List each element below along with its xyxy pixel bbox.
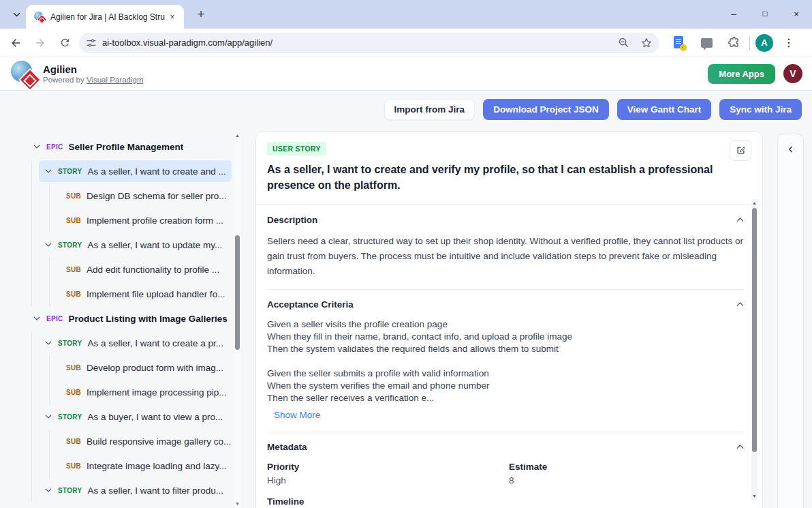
browser-menu-kebab-icon[interactable]: ⋮ xyxy=(779,33,799,53)
sync-with-jira-button[interactable]: Sync with Jira xyxy=(719,99,802,120)
visual-paradigm-link[interactable]: Visual Paradigm xyxy=(87,76,144,84)
browser-tab[interactable]: Agilien for Jira | AI Backlog Stru × xyxy=(26,5,184,29)
acceptance-line: When the system verifies the email and p… xyxy=(267,380,744,392)
sub-badge: SUB xyxy=(66,389,81,396)
collapse-chevron-up-icon[interactable] xyxy=(736,215,745,224)
acceptance-criteria-section: Acceptance Criteria Given a seller visit… xyxy=(267,290,745,432)
backlog-tree: EPIC Seller Profile Management STORY As … xyxy=(27,134,232,503)
scrollbar-thumb[interactable] xyxy=(235,235,240,350)
toolbar-divider xyxy=(749,36,750,50)
reload-button[interactable] xyxy=(54,33,75,53)
scrollbar-thumb[interactable] xyxy=(752,208,757,452)
scroll-down-icon[interactable]: ▼ xyxy=(234,500,240,507)
tree-item-label: Product Listing with Image Galleries xyxy=(69,314,228,324)
tree-item-subtask[interactable]: SUB Implement file upload handler fo... xyxy=(61,282,232,306)
sub-badge: SUB xyxy=(66,266,81,273)
chevron-down-icon[interactable] xyxy=(44,241,52,249)
timeline-label: Timeline xyxy=(267,496,745,507)
priority-field: Priority High xyxy=(267,462,509,485)
acceptance-line: Then the system validates the required f… xyxy=(267,343,744,355)
tree-item-label: Seller Profile Management xyxy=(69,142,184,152)
tree-item-story[interactable]: STORY As a seller, I want to create a pr… xyxy=(39,332,232,354)
story-badge: STORY xyxy=(58,340,82,347)
acceptance-line: Given a seller visits the profile creati… xyxy=(267,318,744,331)
maximize-button[interactable]: □ xyxy=(749,0,781,27)
site-settings-icon[interactable] xyxy=(86,38,97,48)
back-button[interactable] xyxy=(5,33,26,53)
chevron-down-icon[interactable] xyxy=(33,143,41,151)
tree-item-story-selected[interactable]: STORY As a seller, I want to create and … xyxy=(39,160,232,182)
back-arrow-icon xyxy=(10,37,22,49)
url-bar[interactable]: ai-toolbox.visual-paradigm.com/app/agili… xyxy=(79,33,659,53)
tree-item-story[interactable]: STORY As a seller, I want to update my..… xyxy=(39,234,232,256)
tree-item-epic[interactable]: EPIC Product Listing with Image Gallerie… xyxy=(27,306,232,331)
edit-story-button[interactable] xyxy=(730,140,751,161)
chevron-down-icon[interactable] xyxy=(44,413,52,421)
tree-item-subtask[interactable]: SUB Build responsive image gallery co... xyxy=(61,429,232,453)
more-apps-button[interactable]: More Apps xyxy=(708,64,775,84)
tree-item-epic[interactable]: EPIC Seller Profile Management xyxy=(27,134,232,159)
download-project-json-button[interactable]: Download Project JSON xyxy=(483,99,609,120)
chevron-down-icon[interactable] xyxy=(44,339,52,347)
scroll-up-icon[interactable]: ▲ xyxy=(234,132,240,139)
import-from-jira-button[interactable]: Import from Jira xyxy=(384,99,475,120)
story-badge: STORY xyxy=(58,487,82,494)
tab-close-icon[interactable]: × xyxy=(166,11,178,23)
forward-button[interactable] xyxy=(30,33,50,53)
metadata-section: Metadata Priority High Estimate 8 Timeli… xyxy=(267,432,745,508)
docs-extension-icon[interactable] xyxy=(669,33,689,53)
tree-item-subtask[interactable]: SUB Implement profile creation form ... xyxy=(61,208,232,233)
story-badge: STORY xyxy=(58,413,82,421)
metadata-heading: Metadata xyxy=(267,442,307,452)
collapsed-side-panel xyxy=(777,134,804,508)
window-controls: – □ × xyxy=(718,0,812,27)
tree-item-label: Integrate image loading and lazy... xyxy=(87,461,226,471)
tree-item-subtask[interactable]: SUB Design DB schema for seller pro... xyxy=(61,183,232,208)
show-more-link[interactable]: Show More xyxy=(274,410,320,420)
url-text[interactable]: ai-toolbox.visual-paradigm.com/app/agili… xyxy=(102,38,618,48)
tree-item-label: Add edit functionality to profile ... xyxy=(87,265,219,275)
description-section: Description Sellers need a clear, struct… xyxy=(267,205,745,290)
collapse-chevron-up-icon[interactable] xyxy=(736,443,745,451)
priority-label: Priority xyxy=(267,462,509,472)
chevron-down-icon[interactable] xyxy=(44,486,52,494)
tree-item-subtask[interactable]: SUB Add edit functionality to profile ..… xyxy=(61,257,232,282)
acceptance-criteria-heading: Acceptance Criteria xyxy=(267,299,354,310)
edit-pencil-icon xyxy=(736,145,746,155)
new-tab-button[interactable]: + xyxy=(192,5,210,23)
close-button[interactable]: × xyxy=(781,0,812,27)
tree-item-subtask[interactable]: SUB Implement image processing pip... xyxy=(61,380,232,404)
tree-item-story[interactable]: STORY As a seller, I want to filter prod… xyxy=(39,479,232,501)
view-gantt-chart-button[interactable]: View Gantt Chart xyxy=(617,99,712,120)
scroll-up-icon[interactable]: ▲ xyxy=(751,200,758,207)
estimate-field: Estimate 8 xyxy=(509,462,745,485)
forward-arrow-icon xyxy=(34,37,46,49)
feedback-bubble-icon[interactable] xyxy=(696,33,717,53)
tree-item-subtask[interactable]: SUB Develop product form with imag... xyxy=(61,355,232,380)
minimize-button[interactable]: – xyxy=(718,0,749,27)
tree-scrollbar[interactable]: ▲ ▼ xyxy=(234,132,240,508)
app-header: Agilien Powered by Visual Paradigm More … xyxy=(0,57,812,91)
scroll-down-icon[interactable]: ▼ xyxy=(751,493,758,500)
tree-item-story[interactable]: STORY As a buyer, I want to view a pro..… xyxy=(39,406,232,428)
acceptance-line: Then the seller receives a verification … xyxy=(267,392,744,404)
chevron-down-icon[interactable] xyxy=(44,167,52,175)
tab-search-button[interactable] xyxy=(7,5,26,23)
user-avatar[interactable]: V xyxy=(783,64,802,83)
chevron-down-icon[interactable] xyxy=(33,314,41,323)
extensions-puzzle-icon[interactable] xyxy=(723,33,744,53)
bookmark-star-icon[interactable] xyxy=(640,37,653,49)
detail-scrollbar[interactable]: ▲ ▼ xyxy=(751,199,758,500)
sub-badge: SUB xyxy=(66,192,81,200)
acceptance-line: When they fill in their name, brand, con… xyxy=(267,331,744,343)
timeline-field: Timeline 2026-01-05 → 2026-01-13 xyxy=(267,496,745,508)
chevron-left-icon xyxy=(787,145,795,153)
tree-item-subtask[interactable]: SUB Integrate image loading and lazy... xyxy=(61,453,232,478)
description-heading: Description xyxy=(267,215,317,225)
user-story-badge: USER STORY xyxy=(267,142,326,155)
priority-value: High xyxy=(267,475,509,485)
collapse-chevron-up-icon[interactable] xyxy=(736,300,745,309)
zoom-out-icon[interactable] xyxy=(618,37,629,48)
browser-profile-avatar[interactable]: A xyxy=(755,34,773,52)
expand-panel-button[interactable] xyxy=(778,136,803,163)
